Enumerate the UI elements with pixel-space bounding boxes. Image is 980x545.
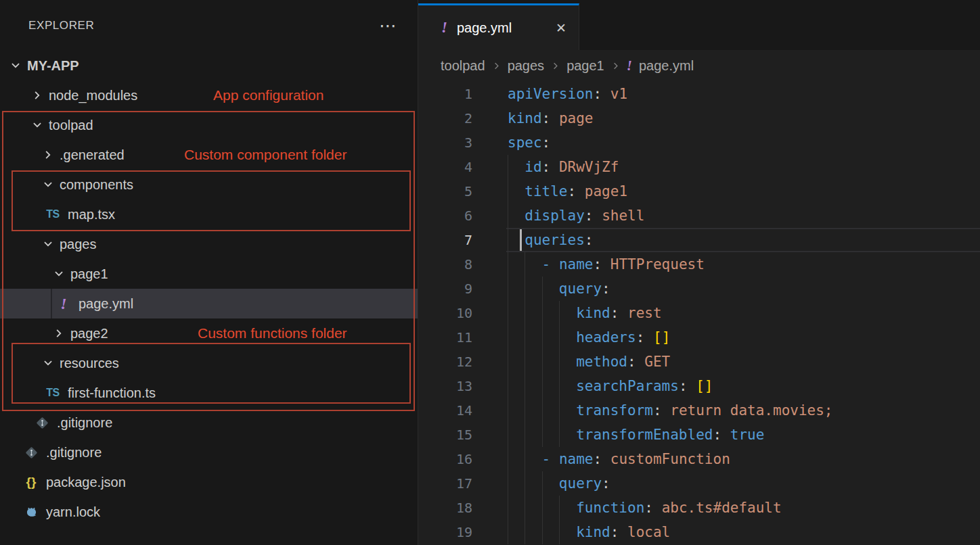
indent-guide [525,252,525,277]
breadcrumb-item-page1[interactable]: page1 [566,58,604,74]
code-text: transformEnabled: true [508,423,980,447]
code-text: id: DRwVjZf [508,155,980,179]
indent-guide [525,374,525,398]
code-line-9[interactable]: 9 query: [418,277,980,301]
code-line-19[interactable]: 19 kind: local [418,520,980,544]
indent-guide [559,301,560,325]
code-line-2[interactable]: 2kind: page [418,106,980,131]
line-number: 11 [418,325,508,350]
indent-guide [559,374,560,398]
tree-item-resources[interactable]: resources [0,348,418,378]
code-line-18[interactable]: 18 function: abc.ts#default [418,496,980,520]
tree-root-my-app[interactable]: MY-APP [0,51,418,80]
tree-item-page1[interactable]: page1 [0,259,418,289]
chevron-right-icon[interactable] [31,89,43,101]
tree-item-map-tsx[interactable]: TSmap.tsx [0,199,418,229]
warning-icon: ! [55,295,72,313]
breadcrumb-item-file[interactable]: page.yml [639,58,694,74]
line-number: 12 [418,350,508,374]
indent-guide [559,325,560,350]
code-line-13[interactable]: 13 searchParams: [] [418,374,980,398]
line-number: 9 [418,277,508,301]
indent-guide [542,325,543,350]
line-number: 6 [418,204,508,228]
code-line-7[interactable]: 7 queries: [418,228,980,252]
breadcrumb-item-toolpad[interactable]: toolpad [441,58,485,74]
tree-item-node-modules[interactable]: node_modules [0,80,418,110]
explorer-sidebar: EXPLORER ⋯ MY-APP node_modulestoolpad.ge… [0,0,418,545]
indent-guide [559,423,560,447]
indent-guide [559,520,560,544]
tree-item-label: page1 [70,266,108,282]
tree-item-pages[interactable]: pages [0,229,418,259]
indent-guide [508,325,508,350]
line-number: 14 [418,398,508,423]
indent-guide [508,179,508,204]
code-text: kind: rest [508,301,980,325]
git-file-icon [34,416,50,430]
indent-guide [525,350,525,374]
tree-item-toolpad[interactable]: toolpad [0,110,418,140]
chevron-down-icon[interactable] [42,357,54,369]
tree-item--gitignore[interactable]: .gitignore [0,437,418,467]
code-line-15[interactable]: 15 transformEnabled: true [418,423,980,447]
line-number: 8 [418,252,508,277]
code-line-17[interactable]: 17 query: [418,471,980,496]
tree-item-label: .gitignore [46,445,102,460]
indent-guide [542,301,543,325]
tree-item-package-json[interactable]: {}package.json [0,467,418,497]
tree-item-label: package.json [46,475,126,490]
code-line-8[interactable]: 8 - name: HTTPrequest [418,252,980,277]
breadcrumb-item-pages[interactable]: pages [508,58,545,74]
chevron-down-icon[interactable] [31,119,43,131]
close-icon[interactable]: ✕ [556,20,566,36]
tree-item-page2[interactable]: page2 [0,318,418,348]
tree-item--generated[interactable]: .generated [0,140,418,170]
chevron-right-icon[interactable] [53,327,65,339]
indent-guide [559,398,560,423]
chevron-down-icon[interactable] [42,179,54,191]
code-editor[interactable]: 1apiVersion: v12kind: page3spec:4 id: DR… [418,81,980,545]
code-line-12[interactable]: 12 method: GET [418,350,980,374]
code-line-11[interactable]: 11 headers: [] [418,325,980,350]
tree-item--gitignore[interactable]: .gitignore [0,408,418,437]
explorer-header: EXPLORER ⋯ [0,0,418,42]
code-text: spec: [508,131,980,155]
tree-item-page-yml[interactable]: !page.yml [0,289,418,318]
code-line-16[interactable]: 16 - name: customFunction [418,447,980,471]
indent-guide [508,204,508,228]
chevron-down-icon[interactable] [42,238,54,250]
code-line-4[interactable]: 4 id: DRwVjZf [418,155,980,179]
code-line-6[interactable]: 6 display: shell [418,204,980,228]
indent-guide [508,228,508,252]
tab-page-yml[interactable]: ! page.yml ✕ [418,3,579,50]
tree-item-first-function-ts[interactable]: TSfirst-function.ts [0,378,418,408]
indent-guide [542,374,543,398]
line-number: 15 [418,423,508,447]
code-text: transform: return data.movies; [508,398,980,423]
code-text: title: page1 [508,179,980,204]
tree-item-label: pages [60,237,97,252]
line-number: 16 [418,447,508,471]
indent-guide [508,496,508,520]
code-line-10[interactable]: 10 kind: rest [418,301,980,325]
text-cursor [520,229,522,251]
code-line-5[interactable]: 5 title: page1 [418,179,980,204]
tree-item-label: yarn.lock [46,504,100,520]
tree-item-label: page2 [70,326,108,341]
tree-item-components[interactable]: components [0,170,418,199]
code-line-14[interactable]: 14 transform: return data.movies; [418,398,980,423]
ts-file-icon: TS [45,208,61,220]
code-line-1[interactable]: 1apiVersion: v1 [418,82,980,106]
chevron-right-icon[interactable] [42,149,54,161]
chevron-down-icon[interactable] [53,268,65,280]
line-number: 5 [418,179,508,204]
line-number: 1 [418,82,508,106]
chevron-right-icon [491,61,502,71]
chevron-down-icon[interactable] [9,60,22,72]
indent-guide [508,301,508,325]
code-line-3[interactable]: 3spec: [418,131,980,155]
yarn-file-icon [23,505,39,519]
tree-item-yarn-lock[interactable]: yarn.lock [0,497,418,527]
more-actions-icon[interactable]: ⋯ [379,22,397,29]
